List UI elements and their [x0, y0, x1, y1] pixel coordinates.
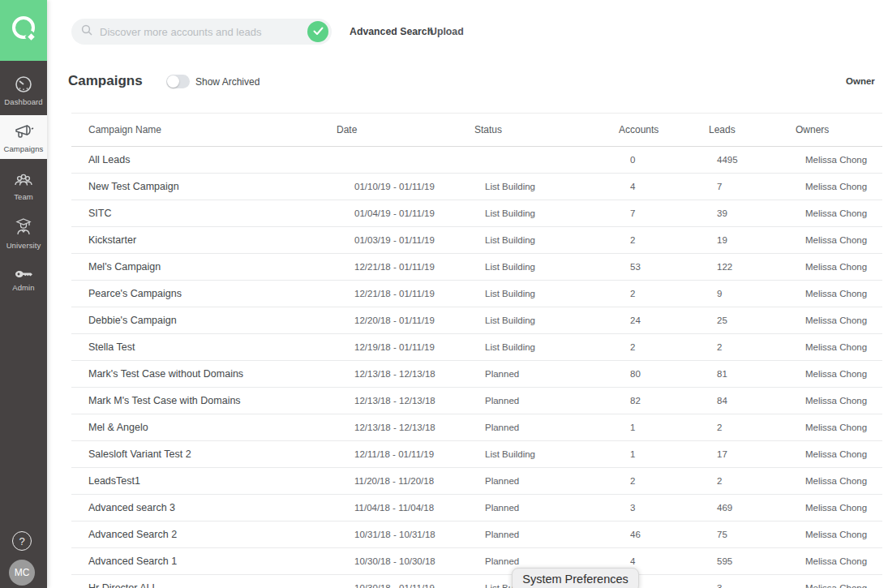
table-row[interactable]: Mark's Test Case without Domains 12/13/1…: [71, 361, 882, 388]
campaign-name-cell[interactable]: Debbie's Campaign: [71, 315, 337, 326]
sidebar-item-team[interactable]: Team: [0, 164, 47, 208]
app-logo[interactable]: [0, 0, 47, 61]
table-row[interactable]: Hr Director ALL 10/30/18 - 01/11/19 List…: [71, 575, 882, 588]
campaign-name-cell[interactable]: Mel's Campaign: [71, 261, 337, 273]
campaign-name-cell[interactable]: Mel & Angelo: [71, 422, 337, 433]
leads-cell: 3: [709, 583, 796, 588]
status-cell: List Building: [474, 315, 619, 325]
owner-cell: Melissa Chong: [796, 155, 882, 165]
campaign-name-cell[interactable]: Salesloft Variant Test 2: [71, 449, 337, 460]
column-header-date: Date: [337, 124, 474, 135]
leads-cell: 4495: [709, 155, 796, 165]
table-row[interactable]: Kickstarter 01/03/19 - 01/11/19 List Bui…: [71, 227, 882, 254]
table-row[interactable]: Advanced search 3 11/04/18 - 11/04/18 Pl…: [71, 495, 882, 521]
q-logo-icon: [7, 8, 40, 54]
search-bar[interactable]: [71, 19, 332, 45]
leads-cell: 9: [709, 289, 796, 298]
accounts-cell: 2: [619, 235, 709, 245]
table-row[interactable]: Advanced Search 2 10/31/18 - 10/31/18 Pl…: [71, 521, 882, 548]
leads-cell: 84: [709, 396, 796, 406]
status-cell: Planned: [474, 369, 619, 379]
campaign-name-cell[interactable]: LeadsTest1: [71, 475, 337, 487]
search-confirm-button[interactable]: [307, 21, 328, 42]
accounts-cell: 4: [619, 182, 709, 191]
campaign-name-cell[interactable]: Advanced search 3: [71, 502, 337, 513]
user-avatar[interactable]: MC: [9, 560, 35, 586]
leads-cell: 2: [709, 423, 796, 432]
owner-cell: Melissa Chong: [796, 396, 882, 406]
sidebar-item-label: Dashboard: [4, 97, 42, 106]
show-archived-toggle[interactable]: [166, 75, 190, 88]
table-row[interactable]: LeadsTest1 11/20/18 - 11/20/18 Planned 2…: [71, 468, 882, 495]
date-cell: 01/03/19 - 01/11/19: [337, 235, 474, 245]
leads-cell: 2: [709, 342, 796, 352]
status-cell: List Building: [474, 449, 619, 459]
date-cell: 01/10/19 - 01/11/19: [337, 182, 474, 191]
campaign-name-cell[interactable]: All Leads: [71, 154, 337, 165]
campaigns-table: Campaign Name Date Status Accounts Leads…: [71, 113, 882, 588]
table-row[interactable]: Mel's Campaign 12/21/18 - 01/11/19 List …: [71, 254, 882, 281]
owner-filter[interactable]: Owner: [846, 76, 875, 86]
sidebar-item-label: Team: [14, 192, 33, 201]
table-row[interactable]: All Leads 0 4495 Melissa Chong: [71, 147, 882, 174]
sidebar-item-dashboard[interactable]: Dashboard: [0, 68, 47, 112]
owner-cell: Melissa Chong: [796, 423, 882, 432]
campaign-name-cell[interactable]: New Test Campaign: [71, 181, 337, 192]
leads-cell: 81: [709, 369, 796, 379]
owner-cell: Melissa Chong: [796, 262, 882, 272]
sidebar-item-university[interactable]: University: [0, 211, 47, 255]
date-cell: 01/04/19 - 01/11/19: [337, 208, 474, 218]
accounts-cell: 80: [619, 369, 709, 379]
help-button[interactable]: ?: [12, 531, 32, 551]
leads-cell: 19: [709, 235, 796, 245]
owner-cell: Melissa Chong: [796, 503, 882, 513]
owner-cell: Melissa Chong: [796, 530, 882, 539]
accounts-cell: 0: [619, 155, 709, 165]
leads-cell: 39: [709, 208, 796, 218]
status-cell: Planned: [474, 476, 619, 486]
campaign-name-cell[interactable]: Pearce's Campaigns: [71, 288, 337, 299]
owner-cell: Melissa Chong: [796, 449, 882, 459]
sidebar-item-label: Admin: [12, 283, 34, 292]
owner-cell: Melissa Chong: [796, 583, 882, 588]
date-cell: 12/20/18 - 01/11/19: [337, 315, 474, 325]
megaphone-icon: [13, 122, 34, 141]
accounts-cell: 2: [619, 342, 709, 352]
sidebar-item-label: Campaigns: [4, 144, 44, 153]
owner-cell: Melissa Chong: [796, 235, 882, 245]
campaign-name-cell[interactable]: Advanced Search 2: [71, 529, 337, 540]
campaign-name-cell[interactable]: Mark M's Test Case with Domains: [71, 395, 337, 406]
upload-link[interactable]: Upload: [430, 26, 464, 37]
column-header-campaign-name: Campaign Name: [71, 124, 337, 135]
table-row[interactable]: Mark M's Test Case with Domains 12/13/18…: [71, 388, 882, 414]
table-row[interactable]: Pearce's Campaigns 12/21/18 - 01/11/19 L…: [71, 281, 882, 307]
sidebar-item-campaigns[interactable]: Campaigns: [0, 115, 47, 159]
table-row[interactable]: Advanced Search 1 10/30/18 - 10/30/18 Pl…: [71, 548, 882, 575]
sidebar-item-admin[interactable]: Admin: [0, 258, 47, 302]
table-row[interactable]: Salesloft Variant Test 2 12/11/18 - 01/1…: [71, 441, 882, 468]
table-row[interactable]: Stella Test 12/19/18 - 01/11/19 List Bui…: [71, 334, 882, 361]
column-header-accounts: Accounts: [619, 124, 709, 135]
campaign-name-cell[interactable]: Mark's Test Case without Domains: [71, 368, 337, 380]
campaign-name-cell[interactable]: Advanced Search 1: [71, 556, 337, 567]
toggle-knob: [167, 75, 179, 88]
advanced-search-link[interactable]: Advanced Search: [350, 26, 433, 37]
graduate-icon: [13, 217, 34, 238]
campaign-name-cell[interactable]: Hr Director ALL: [71, 582, 337, 588]
page-title: Campaigns: [68, 73, 143, 89]
app-window: Dashboard Campaigns: [0, 0, 888, 588]
table-row[interactable]: Debbie's Campaign 12/20/18 - 01/11/19 Li…: [71, 307, 882, 334]
campaign-name-cell[interactable]: Stella Test: [71, 341, 337, 353]
column-header-status: Status: [474, 124, 619, 135]
date-cell: 12/11/18 - 01/11/19: [337, 449, 474, 459]
table-row[interactable]: Mel & Angelo 12/13/18 - 12/13/18 Planned…: [71, 414, 882, 441]
table-row[interactable]: SITC 01/04/19 - 01/11/19 List Building 7…: [71, 200, 882, 227]
search-icon: [81, 24, 92, 39]
campaign-name-cell[interactable]: SITC: [71, 208, 337, 219]
table-row[interactable]: New Test Campaign 01/10/19 - 01/11/19 Li…: [71, 174, 882, 200]
date-cell: 12/13/18 - 12/13/18: [337, 396, 474, 406]
search-input[interactable]: [92, 26, 332, 38]
campaign-name-cell[interactable]: Kickstarter: [71, 234, 337, 246]
avatar-initials: MC: [15, 567, 30, 578]
status-cell: List Building: [474, 262, 619, 272]
